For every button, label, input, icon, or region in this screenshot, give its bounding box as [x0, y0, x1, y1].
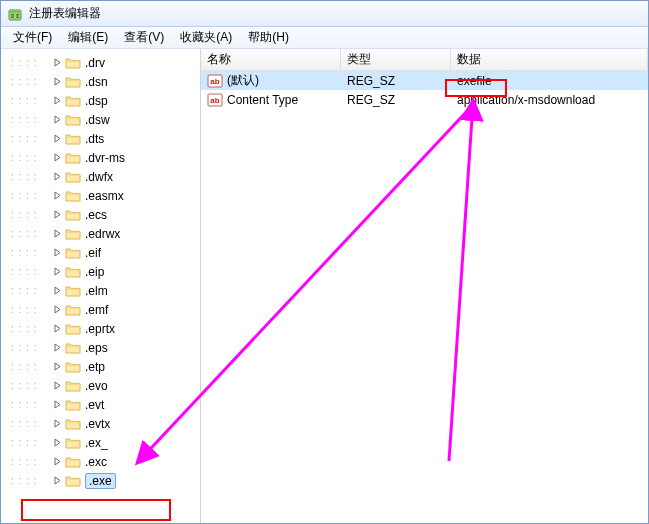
- list-row[interactable]: ab(默认)REG_SZexefile: [201, 71, 648, 90]
- tree-node[interactable]: : : : :.emf: [1, 300, 200, 319]
- tree-guides: : : : :: [11, 399, 51, 410]
- tree-guides: : : : :: [11, 361, 51, 372]
- tree-node[interactable]: : : : :.dsp: [1, 91, 200, 110]
- tree-node[interactable]: : : : :.eprtx: [1, 319, 200, 338]
- cell-name: abContent Type: [201, 90, 341, 109]
- expander-icon[interactable]: [51, 323, 63, 335]
- tree-node[interactable]: : : : :.drv: [1, 53, 200, 72]
- tree-node[interactable]: : : : :.dvr-ms: [1, 148, 200, 167]
- expander-icon[interactable]: [51, 209, 63, 221]
- svg-rect-3: [11, 16, 14, 18]
- expander-icon[interactable]: [51, 57, 63, 69]
- column-name[interactable]: 名称: [201, 49, 341, 70]
- folder-icon: [65, 360, 81, 374]
- tree-node-label: .emf: [85, 303, 108, 317]
- tree-node[interactable]: : : : :.easmx: [1, 186, 200, 205]
- expander-icon[interactable]: [51, 171, 63, 183]
- tree-guides: : : : :: [11, 475, 51, 486]
- expander-icon[interactable]: [51, 437, 63, 449]
- folder-icon: [65, 265, 81, 279]
- expander-icon[interactable]: [51, 76, 63, 88]
- string-value-icon: ab: [207, 92, 223, 108]
- expander-icon[interactable]: [51, 114, 63, 126]
- tree-pane[interactable]: : : : :.drv: : : :.dsn: : : :.dsp: : : :…: [1, 49, 201, 523]
- tree-node[interactable]: : : : :.elm: [1, 281, 200, 300]
- folder-icon: [65, 227, 81, 241]
- tree-node[interactable]: : : : :.ex_: [1, 433, 200, 452]
- tree-node[interactable]: : : : :.evt: [1, 395, 200, 414]
- column-type[interactable]: 类型: [341, 49, 451, 70]
- tree-node-label: .exc: [85, 455, 107, 469]
- folder-icon: [65, 170, 81, 184]
- menu-view[interactable]: 查看(V): [116, 27, 172, 48]
- tree-node-label: .drv: [85, 56, 105, 70]
- expander-icon[interactable]: [51, 266, 63, 278]
- expander-icon[interactable]: [51, 475, 63, 487]
- folder-icon: [65, 208, 81, 222]
- tree-node[interactable]: : : : :.eip: [1, 262, 200, 281]
- tree-guides: : : : :: [11, 171, 51, 182]
- tree-guides: : : : :: [11, 190, 51, 201]
- folder-icon: [65, 455, 81, 469]
- tree-node[interactable]: : : : :.eif: [1, 243, 200, 262]
- menu-favorites[interactable]: 收藏夹(A): [172, 27, 240, 48]
- tree-guides: : : : :: [11, 228, 51, 239]
- expander-icon[interactable]: [51, 342, 63, 354]
- expander-icon[interactable]: [51, 133, 63, 145]
- tree-node[interactable]: : : : :.exc: [1, 452, 200, 471]
- list-body[interactable]: ab(默认)REG_SZexefileabContent TypeREG_SZa…: [201, 71, 648, 523]
- folder-icon: [65, 189, 81, 203]
- tree-node-label: .ecs: [85, 208, 107, 222]
- cell-data: application/x-msdownload: [451, 90, 648, 109]
- tree-node-label: .evt: [85, 398, 104, 412]
- expander-icon[interactable]: [51, 228, 63, 240]
- svg-text:ab: ab: [210, 96, 219, 105]
- content-area: : : : :.drv: : : :.dsn: : : :.dsp: : : :…: [1, 49, 648, 523]
- expander-icon[interactable]: [51, 399, 63, 411]
- tree-node[interactable]: : : : :.edrwx: [1, 224, 200, 243]
- tree-guides: : : : :: [11, 323, 51, 334]
- tree-guides: : : : :: [11, 456, 51, 467]
- tree-node[interactable]: : : : :.dsn: [1, 72, 200, 91]
- list-header: 名称 类型 数据: [201, 49, 648, 71]
- string-value-icon: ab: [207, 73, 223, 89]
- tree-node-label: .dvr-ms: [85, 151, 125, 165]
- expander-icon[interactable]: [51, 380, 63, 392]
- folder-icon: [65, 379, 81, 393]
- menu-edit[interactable]: 编辑(E): [60, 27, 116, 48]
- tree-node[interactable]: : : : :.exe: [1, 471, 200, 490]
- expander-icon[interactable]: [51, 247, 63, 259]
- tree-node-label: .easmx: [85, 189, 124, 203]
- tree-guides: : : : :: [11, 285, 51, 296]
- expander-icon[interactable]: [51, 285, 63, 297]
- menu-file[interactable]: 文件(F): [5, 27, 60, 48]
- tree-node-label: .dts: [85, 132, 104, 146]
- tree-node[interactable]: : : : :.evtx: [1, 414, 200, 433]
- column-data[interactable]: 数据: [451, 49, 648, 70]
- tree-node[interactable]: : : : :.evo: [1, 376, 200, 395]
- tree-node[interactable]: : : : :.eps: [1, 338, 200, 357]
- tree-guides: : : : :: [11, 342, 51, 353]
- svg-text:ab: ab: [210, 77, 219, 86]
- expander-icon[interactable]: [51, 304, 63, 316]
- expander-icon[interactable]: [51, 95, 63, 107]
- tree-node-label: .eif: [85, 246, 101, 260]
- expander-icon[interactable]: [51, 152, 63, 164]
- expander-icon[interactable]: [51, 361, 63, 373]
- tree-node[interactable]: : : : :.etp: [1, 357, 200, 376]
- expander-icon[interactable]: [51, 190, 63, 202]
- titlebar: 注册表编辑器: [1, 1, 648, 27]
- expander-icon[interactable]: [51, 418, 63, 430]
- folder-icon: [65, 303, 81, 317]
- expander-icon[interactable]: [51, 456, 63, 468]
- tree-guides: : : : :: [11, 247, 51, 258]
- list-row[interactable]: abContent TypeREG_SZapplication/x-msdown…: [201, 90, 648, 109]
- tree-node[interactable]: : : : :.dsw: [1, 110, 200, 129]
- menu-help[interactable]: 帮助(H): [240, 27, 297, 48]
- tree-node[interactable]: : : : :.ecs: [1, 205, 200, 224]
- list-pane: 名称 类型 数据 ab(默认)REG_SZexefileabContent Ty…: [201, 49, 648, 523]
- tree-node[interactable]: : : : :.dts: [1, 129, 200, 148]
- folder-icon: [65, 113, 81, 127]
- folder-icon: [65, 417, 81, 431]
- tree-node[interactable]: : : : :.dwfx: [1, 167, 200, 186]
